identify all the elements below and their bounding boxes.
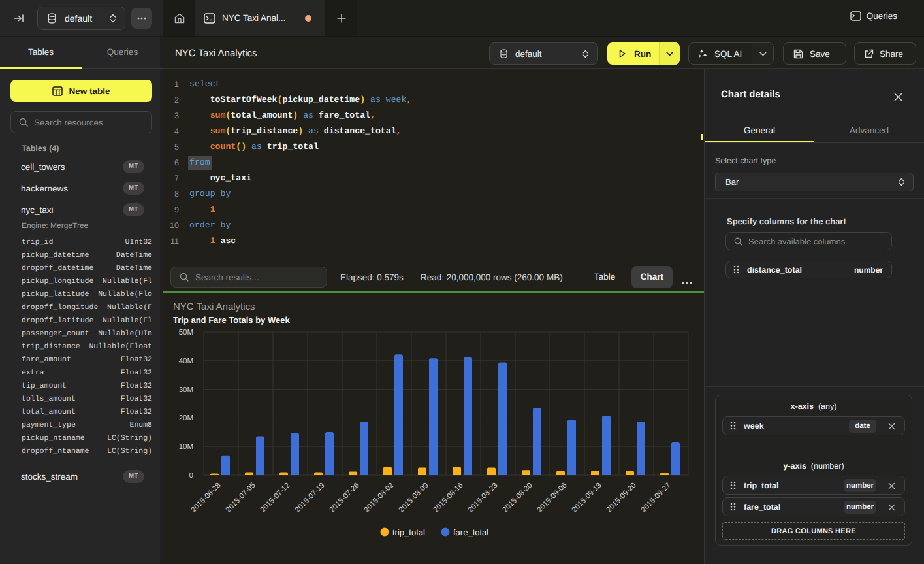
svg-text:trip_total: trip_total: [392, 527, 425, 537]
svg-text:2015-09-27: 2015-09-27: [640, 482, 673, 514]
svg-text:2015-07-05: 2015-07-05: [225, 482, 257, 514]
svg-text:2015-09-06: 2015-09-06: [536, 482, 569, 514]
svg-text:2015-08-09: 2015-08-09: [398, 482, 430, 514]
svg-text:30M: 30M: [179, 386, 193, 394]
svg-text:2015-06-28: 2015-06-28: [190, 482, 223, 514]
svg-text:10M: 10M: [179, 443, 193, 451]
svg-text:2015-08-16: 2015-08-16: [432, 482, 465, 514]
svg-text:fare_total: fare_total: [453, 527, 488, 537]
svg-text:2015-08-23: 2015-08-23: [467, 482, 500, 514]
svg-text:40M: 40M: [179, 357, 193, 365]
svg-text:2015-09-20: 2015-09-20: [605, 482, 638, 514]
svg-text:0: 0: [189, 472, 193, 480]
svg-text:2015-07-26: 2015-07-26: [328, 482, 361, 514]
svg-text:20M: 20M: [179, 414, 193, 422]
svg-text:2015-09-13: 2015-09-13: [571, 482, 603, 514]
svg-text:50M: 50M: [179, 329, 193, 337]
svg-text:2015-07-19: 2015-07-19: [294, 482, 327, 514]
svg-text:2015-08-30: 2015-08-30: [502, 482, 534, 514]
svg-text:2015-07-12: 2015-07-12: [259, 482, 292, 514]
svg-text:2015-08-02: 2015-08-02: [363, 482, 396, 514]
